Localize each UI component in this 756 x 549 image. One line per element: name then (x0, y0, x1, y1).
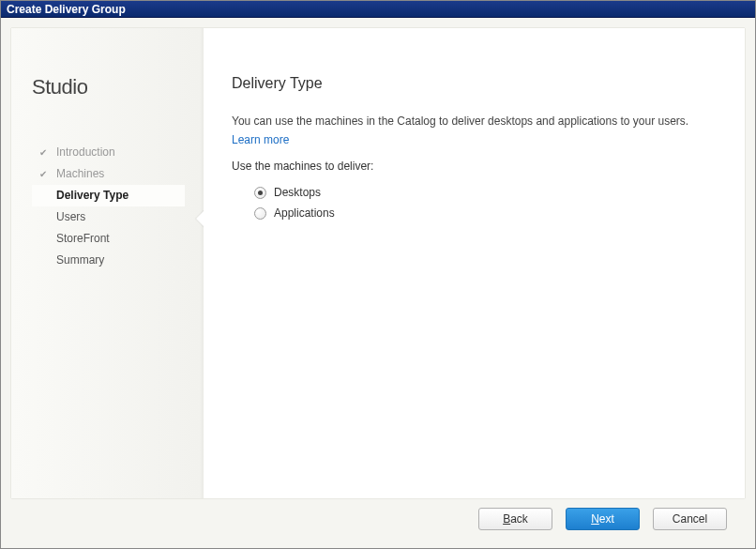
main-panel: Delivery Type You can use the machines i… (204, 28, 745, 498)
footer-buttons: Back Next Cancel (10, 499, 746, 539)
accel-key: B (503, 512, 510, 526)
step-machines[interactable]: ✔ Machines (32, 163, 185, 185)
step-summary[interactable]: ✔ Summary (32, 250, 185, 271)
step-label: StoreFront (56, 232, 110, 245)
radio-row-desktops[interactable]: Desktops (232, 182, 717, 203)
step-label: Machines (56, 167, 104, 180)
deliver-prompt: Use the machines to deliver: (232, 160, 717, 173)
radio-icon[interactable] (254, 187, 266, 199)
step-introduction[interactable]: ✔ Introduction (32, 142, 185, 163)
radio-row-applications[interactable]: Applications (232, 203, 717, 223)
cancel-button[interactable]: Cancel (653, 508, 727, 530)
accel-key: N (591, 512, 599, 526)
next-button[interactable]: Next (566, 508, 640, 530)
window-title: Create Delivery Group (7, 3, 126, 16)
radio-icon[interactable] (254, 207, 266, 220)
back-button[interactable]: Back (478, 508, 552, 530)
learn-more-link[interactable]: Learn more (232, 133, 289, 146)
brand-title: Studio (32, 75, 185, 99)
btn-rest: ext (599, 512, 614, 526)
checkmark-icon: ✔ (39, 147, 53, 158)
wizard-window: Create Delivery Group Studio ✔ Introduct… (0, 0, 756, 549)
titlebar: Create Delivery Group (1, 1, 755, 18)
radio-label: Desktops (274, 186, 321, 199)
wizard-steps: ✔ Introduction ✔ Machines ✔ Delivery Typ… (32, 142, 185, 271)
step-delivery-type[interactable]: ✔ Delivery Type (32, 185, 185, 206)
content-panel: Studio ✔ Introduction ✔ Machines ✔ Deliv… (10, 27, 746, 499)
btn-rest: ack (510, 512, 528, 526)
checkmark-icon: ✔ (39, 169, 53, 179)
page-description: You can use the machines in the Catalog … (232, 114, 717, 128)
step-storefront[interactable]: ✔ StoreFront (32, 228, 185, 250)
radio-label: Applications (274, 206, 335, 220)
step-label: Delivery Type (56, 189, 129, 202)
step-label: Introduction (56, 145, 115, 159)
step-label: Users (56, 210, 85, 223)
page-title: Delivery Type (232, 75, 717, 92)
sidebar: Studio ✔ Introduction ✔ Machines ✔ Deliv… (11, 28, 204, 498)
step-users[interactable]: ✔ Users (32, 206, 185, 228)
step-label: Summary (56, 253, 104, 267)
client-area: Studio ✔ Introduction ✔ Machines ✔ Deliv… (1, 18, 755, 548)
